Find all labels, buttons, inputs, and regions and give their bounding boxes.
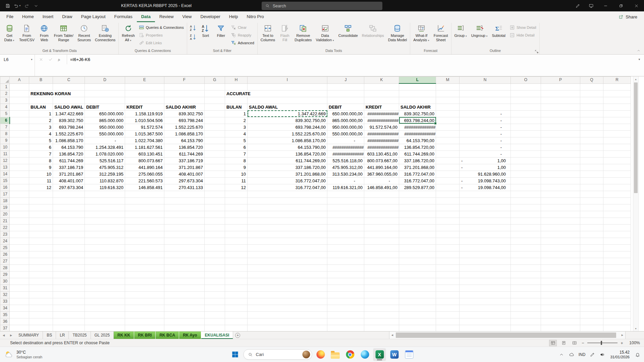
cell-N22[interactable] xyxy=(460,224,511,231)
cell-I11[interactable]: 136.854.720,00 xyxy=(248,150,327,157)
cell-K18[interactable] xyxy=(364,197,399,204)
zoom-out-button[interactable]: − xyxy=(581,341,585,346)
cell-N34[interactable] xyxy=(460,305,511,311)
cell-P9[interactable] xyxy=(541,137,580,144)
cell-O30[interactable] xyxy=(511,278,541,285)
cell-Q10[interactable] xyxy=(580,144,603,150)
cell-K19[interactable] xyxy=(364,204,399,211)
language-indicator[interactable]: IND xyxy=(577,349,587,360)
cell-C27[interactable] xyxy=(53,258,85,264)
column-header-K[interactable]: K xyxy=(364,77,399,84)
cell-I24[interactable] xyxy=(248,238,327,244)
cell-J30[interactable] xyxy=(327,278,364,285)
scroll-down-icon[interactable]: ▼ xyxy=(633,326,638,331)
cell-N15[interactable]: -19.098.743,00 xyxy=(460,177,511,184)
cell-I8[interactable]: 1.552.225.670,00 xyxy=(248,130,327,137)
cell-B11[interactable]: 7 xyxy=(29,150,53,157)
cell-P3[interactable] xyxy=(541,97,580,104)
cell-P6[interactable] xyxy=(541,117,580,124)
cell-Q31[interactable] xyxy=(580,285,603,291)
column-header-G[interactable]: G xyxy=(205,77,225,84)
cell-Q4[interactable] xyxy=(580,104,603,110)
row-header-29[interactable]: 29 xyxy=(0,271,10,278)
cell-R37[interactable] xyxy=(603,325,631,331)
cell-Q36[interactable] xyxy=(580,318,603,325)
cell-N21[interactable] xyxy=(460,218,511,224)
cell-D24[interactable] xyxy=(85,238,125,244)
cell-C13[interactable]: 337.186.719 xyxy=(53,164,85,171)
cell-H15[interactable]: 11 xyxy=(225,177,248,184)
cell-J13[interactable]: 475.905.312,00 xyxy=(327,164,364,171)
cell-O5[interactable] xyxy=(511,110,541,117)
cell-E26[interactable] xyxy=(125,251,164,258)
cell-R35[interactable] xyxy=(603,311,631,318)
cell-C20[interactable] xyxy=(53,211,85,218)
cell-Q21[interactable] xyxy=(580,218,603,224)
column-header-I[interactable]: I xyxy=(248,77,327,84)
cell-K21[interactable] xyxy=(364,218,399,224)
cell-K25[interactable] xyxy=(364,244,399,251)
cell-K17[interactable] xyxy=(364,191,399,197)
cell-F22[interactable] xyxy=(164,224,205,231)
cell-P24[interactable] xyxy=(541,238,580,244)
cell-R30[interactable] xyxy=(603,278,631,285)
cell-C34[interactable] xyxy=(53,305,85,311)
cell-H20[interactable] xyxy=(225,211,248,218)
row-header-22[interactable]: 22 xyxy=(0,224,10,231)
cell-R25[interactable] xyxy=(603,244,631,251)
cell-J35[interactable] xyxy=(327,311,364,318)
cell-M28[interactable] xyxy=(436,264,460,271)
cell-Q15[interactable] xyxy=(580,177,603,184)
cell-G26[interactable] xyxy=(205,251,225,258)
cell-C10[interactable]: 64.153.790 xyxy=(53,144,85,150)
cell-K29[interactable] xyxy=(364,271,399,278)
cell-A4[interactable] xyxy=(10,104,29,110)
cell-F34[interactable] xyxy=(164,305,205,311)
ribbon-from-text-csv-button[interactable]: FromText/CSV xyxy=(17,23,37,49)
cell-L28[interactable] xyxy=(399,264,436,271)
cell-C8[interactable]: 1.552.225.670 xyxy=(53,130,85,137)
cell-R17[interactable] xyxy=(603,191,631,197)
ribbon-get-data-button[interactable]: GetData ▼ xyxy=(2,23,17,49)
cell-H1[interactable] xyxy=(225,83,248,90)
cell-J1[interactable] xyxy=(327,83,364,90)
sheet-tab-bs[interactable]: BS xyxy=(43,331,56,339)
cell-J8[interactable]: 550.000.000,00 xyxy=(327,130,364,137)
cell-Q34[interactable] xyxy=(580,305,603,311)
row-header-12[interactable]: 12 xyxy=(0,157,10,164)
cell-M32[interactable] xyxy=(436,291,460,298)
cell-M8[interactable] xyxy=(436,130,460,137)
cell-P12[interactable] xyxy=(541,157,580,164)
ribbon-hide-detail-button[interactable]: Hide Detail xyxy=(508,32,538,39)
cell-E24[interactable] xyxy=(125,238,164,244)
cell-A11[interactable] xyxy=(10,150,29,157)
cell-N20[interactable] xyxy=(460,211,511,218)
cell-D21[interactable] xyxy=(85,218,125,224)
menu-tab-insert[interactable]: Insert xyxy=(38,11,58,22)
cell-H16[interactable]: 12 xyxy=(225,184,248,191)
cell-E7[interactable]: 91.572.574 xyxy=(125,124,164,130)
sheet-tab-gl-2025[interactable]: GL 2025 xyxy=(91,331,114,339)
row-header-15[interactable]: 15 xyxy=(0,177,10,184)
cell-A24[interactable] xyxy=(10,238,29,244)
menu-tab-view[interactable]: View xyxy=(178,11,196,22)
cell-E5[interactable]: 1.158.119.919 xyxy=(125,110,164,117)
cell-L33[interactable] xyxy=(399,298,436,305)
cell-R4[interactable] xyxy=(603,104,631,110)
ribbon-group-button[interactable]: Group ▼ xyxy=(452,23,469,49)
cell-R5[interactable] xyxy=(603,110,631,117)
cell-E3[interactable] xyxy=(125,97,164,104)
cell-A18[interactable] xyxy=(10,197,29,204)
cell-F27[interactable] xyxy=(164,258,205,264)
cell-M12[interactable] xyxy=(436,157,460,164)
ribbon-text-to-columns-button[interactable]: Text toColumns xyxy=(259,23,277,49)
cell-D29[interactable] xyxy=(85,271,125,278)
cell-B35[interactable] xyxy=(29,311,53,318)
cell-H34[interactable] xyxy=(225,305,248,311)
cell-Q25[interactable] xyxy=(580,244,603,251)
row-header-23[interactable]: 23 xyxy=(0,231,10,238)
cell-N23[interactable] xyxy=(460,231,511,238)
cell-B24[interactable] xyxy=(29,238,53,244)
cell-L10[interactable]: 136.854.720,00 xyxy=(399,144,436,150)
cell-L16[interactable]: 289.529.877,00 xyxy=(399,184,436,191)
